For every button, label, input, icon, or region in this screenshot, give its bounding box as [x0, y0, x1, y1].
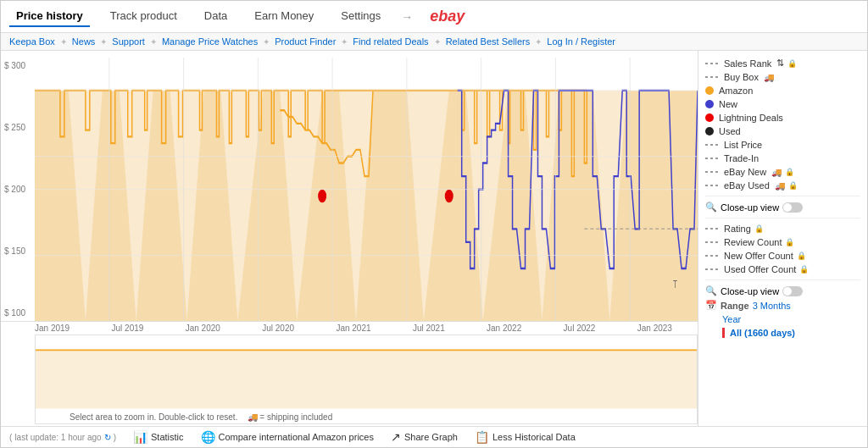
footer: ( last update: 1 hour ago ↻ ) 📊 Statisti…: [1, 426, 867, 447]
less-icon: 📋: [475, 430, 489, 444]
subnav-find-deals[interactable]: Find related Deals: [353, 36, 428, 47]
range-year[interactable]: Year: [722, 314, 741, 324]
lock-icon-ebay-new: 🔒: [785, 168, 794, 176]
svg-point-4: [445, 190, 453, 203]
subnav-keepabox[interactable]: Keepa Box: [9, 36, 55, 47]
truck-icon: 🚚: [248, 412, 258, 422]
lock-icon-review: 🔒: [785, 238, 794, 246]
chart-top[interactable]: $ 300 $ 250 $ 200 $ 150 $ 100: [1, 58, 698, 322]
closeup-toggle-2[interactable]: [782, 286, 803, 296]
sidebar-item-review-count[interactable]: Review Count 🔒: [705, 235, 860, 249]
lightning-dot: [705, 113, 714, 122]
sidebar-item-used[interactable]: Used: [705, 124, 860, 138]
chart-bottom[interactable]: Select area to zoom in. Double-click to …: [35, 335, 698, 424]
lock-icon-rating: 🔒: [754, 224, 764, 233]
all-bar: [722, 328, 725, 338]
sidebar-item-lightning-deals[interactable]: Lightning Deals: [705, 111, 860, 124]
divider-2: [705, 218, 860, 218]
x-axis: Jan 2019 Jul 2019 Jan 2020 Jul 2020 Jan …: [1, 322, 698, 335]
sidebar-item-new-offer-count[interactable]: New Offer Count 🔒: [705, 249, 860, 263]
tab-earn-money[interactable]: Earn Money: [248, 6, 320, 27]
range-all[interactable]: All (1660 days): [730, 328, 795, 338]
divider-3: [705, 279, 860, 280]
tab-settings[interactable]: Settings: [334, 6, 387, 27]
closeup-toggle-1[interactable]: [782, 202, 803, 213]
range-3months[interactable]: 3 Months: [753, 301, 791, 311]
nav-arrow: →: [401, 10, 413, 24]
subnav-login[interactable]: Log In / Register: [547, 36, 615, 47]
new-dot: [705, 100, 714, 108]
last-update-info: ( last update: 1 hour ago ↻ ): [9, 433, 116, 442]
lock-icon-new-offer: 🔒: [797, 252, 806, 260]
sidebar-item-list-price[interactable]: List Price: [705, 138, 860, 152]
price-chart-svg: T: [35, 58, 698, 321]
chart-area: $ 300 $ 250 $ 200 $ 150 $ 100: [1, 51, 698, 426]
subnav-support[interactable]: Support: [112, 36, 145, 47]
lock-icon: 🔒: [787, 59, 797, 68]
share-icon: ↗: [391, 430, 401, 444]
amazon-dot: [705, 86, 714, 95]
sidebar-item-sales-rank[interactable]: Sales Rank ⇅ 🔒: [705, 56, 860, 70]
sidebar-item-amazon[interactable]: Amazon: [705, 84, 860, 97]
tab-price-history[interactable]: Price history: [9, 6, 90, 27]
year-row: Year: [705, 312, 860, 326]
compare-button[interactable]: 🌐 Compare international Amazon prices: [201, 430, 374, 444]
share-button[interactable]: ↗ Share Graph: [391, 430, 458, 444]
subnav-manage-watches[interactable]: Manage Price Watches: [162, 36, 258, 47]
sub-nav: Keepa Box ✦ News ✦ Support ✦ Manage Pric…: [1, 33, 867, 51]
refresh-icon: ↻: [104, 433, 111, 442]
lock-icon-used-offer: 🔒: [799, 265, 809, 274]
closeup-view-2-row: 🔍 Close-up view: [705, 284, 860, 298]
sidebar-item-ebay-new[interactable]: eBay New 🚚 🔒: [705, 165, 860, 179]
tab-track-product[interactable]: Track product: [103, 6, 184, 27]
ebay-logo: ebay: [430, 8, 465, 25]
sidebar-item-new[interactable]: New: [705, 97, 860, 111]
statistic-icon: 📊: [133, 430, 147, 444]
svg-point-3: [318, 190, 326, 203]
all-row: All (1660 days): [705, 326, 860, 340]
lock-icon-ebay-used: 🔒: [788, 181, 798, 190]
svg-rect-20: [36, 351, 697, 409]
tab-data[interactable]: Data: [198, 6, 234, 27]
y-axis: $ 300 $ 250 $ 200 $ 150 $ 100: [4, 58, 25, 321]
sidebar-item-trade-in[interactable]: Trade-In: [705, 152, 860, 165]
mini-chart-svg: [36, 335, 697, 423]
main-content: $ 300 $ 250 $ 200 $ 150 $ 100: [1, 51, 867, 426]
sidebar-item-used-offer-count[interactable]: Used Offer Count 🔒: [705, 263, 860, 276]
sidebar: Sales Rank ⇅ 🔒 Buy Box 🚚 Amazon New: [698, 51, 867, 426]
subnav-news[interactable]: News: [72, 36, 96, 47]
range-row: 📅 Range 3 Months: [705, 298, 860, 312]
main-container: Price history Track product Data Earn Mo…: [0, 0, 868, 448]
closeup-view-1-row: 🔍 Close-up view: [705, 200, 860, 214]
sidebar-item-buy-box[interactable]: Buy Box 🚚: [705, 70, 860, 84]
search-icon-1: 🔍: [705, 202, 717, 213]
chart-note: Select area to zoom in. Double-click to …: [70, 412, 332, 422]
divider-1: [705, 196, 860, 196]
less-historical-button[interactable]: 📋 Less Historical Data: [475, 430, 576, 444]
sidebar-item-rating[interactable]: Rating 🔒: [705, 222, 860, 235]
calendar-icon: 📅: [705, 300, 717, 311]
compare-icon: 🌐: [201, 430, 215, 444]
sidebar-item-ebay-used[interactable]: eBay Used 🚚 🔒: [705, 179, 860, 192]
statistic-button[interactable]: 📊 Statistic: [133, 430, 184, 444]
svg-text:T: T: [673, 279, 677, 290]
subnav-product-finder[interactable]: Product Finder: [275, 36, 336, 47]
svg-rect-2: [35, 91, 698, 321]
subnav-best-sellers[interactable]: Related Best Sellers: [446, 36, 531, 47]
search-icon-2: 🔍: [705, 285, 717, 296]
used-dot: [705, 127, 714, 136]
top-nav: Price history Track product Data Earn Mo…: [1, 1, 867, 33]
